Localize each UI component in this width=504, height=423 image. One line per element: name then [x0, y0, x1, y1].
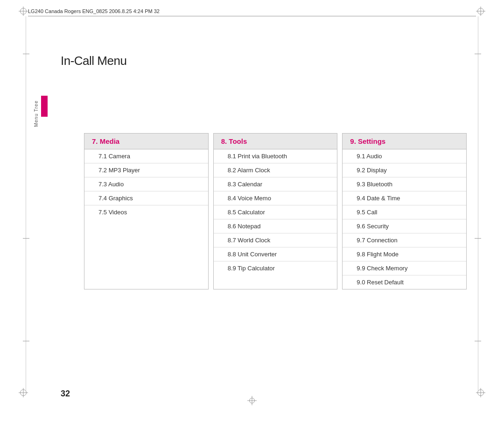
reg-mark-top-left — [19, 7, 28, 16]
page-title: In-Call Menu — [61, 54, 126, 68]
menu-items-media: 7.1 Camera7.2 MP3 Player7.3 Audio7.4 Gra… — [84, 149, 208, 219]
menu-item: 7.1 Camera — [84, 149, 208, 163]
menu-item: 8.8 Unit Converter — [214, 247, 337, 261]
menu-item: 9.6 Security — [343, 219, 466, 233]
menu-item: 9.5 Call — [343, 205, 466, 219]
menu-items-tools: 8.1 Print via Bluetooth8.2 Alarm Clock8.… — [214, 149, 337, 275]
h-mark-left-bot — [23, 341, 29, 341]
menu-item: 7.3 Audio — [84, 177, 208, 191]
h-mark-right-bot — [475, 341, 481, 341]
menu-item: 8.2 Alarm Clock — [214, 163, 337, 177]
menu-item: 9.7 Connection — [343, 233, 466, 247]
side-line-left — [26, 16, 26, 393]
sidebar-label: Menu Tree — [34, 100, 39, 127]
menu-item: 8.1 Print via Bluetooth — [214, 149, 337, 163]
reg-mark-bottom-center — [247, 396, 257, 405]
menu-item: 9.1 Audio — [343, 149, 466, 163]
menu-item: 8.4 Voice Memo — [214, 191, 337, 205]
page-number: 32 — [61, 389, 70, 399]
menu-item: 7.5 Videos — [84, 205, 208, 219]
menu-item: 8.7 World Clock — [214, 233, 337, 247]
menu-item: 9.9 Check Memory — [343, 261, 466, 275]
content-area: 7. Media7.1 Camera7.2 MP3 Player7.3 Audi… — [84, 133, 467, 289]
menu-item: 8.5 Calculator — [214, 205, 337, 219]
menu-item: 7.4 Graphics — [84, 191, 208, 205]
menu-item: 9.2 Display — [343, 163, 466, 177]
h-mark-left-mid — [23, 238, 29, 239]
menu-item: 8.6 Notepad — [214, 219, 337, 233]
menu-item: 9.8 Flight Mode — [343, 247, 466, 261]
side-line-right — [478, 16, 478, 393]
reg-mark-bottom-right — [476, 388, 485, 397]
h-mark-right-mid — [475, 238, 481, 239]
menu-header-settings: 9. Settings — [343, 134, 466, 149]
menu-item: 9.3 Bluetooth — [343, 177, 466, 191]
menu-table-tools: 8. Tools8.1 Print via Bluetooth8.2 Alarm… — [213, 133, 338, 289]
menu-item: 8.9 Tip Calculator — [214, 261, 337, 275]
accent-bar — [41, 96, 48, 117]
reg-mark-bottom-left — [19, 388, 28, 397]
menu-item: 9.0 Reset Default — [343, 275, 466, 289]
menu-header-tools: 8. Tools — [214, 134, 337, 149]
menu-item: 9.4 Date & Time — [343, 191, 466, 205]
header-text: LG240 Canada Rogers ENG_0825 2006.8.25 4… — [28, 8, 476, 16]
h-mark-right-top — [475, 54, 481, 54]
menu-item: 7.2 MP3 Player — [84, 163, 208, 177]
menu-items-settings: 9.1 Audio9.2 Display9.3 Bluetooth9.4 Dat… — [343, 149, 466, 289]
menu-item: 8.3 Calendar — [214, 177, 337, 191]
menu-table-media: 7. Media7.1 Camera7.2 MP3 Player7.3 Audi… — [84, 133, 209, 289]
h-mark-left-top — [23, 54, 29, 54]
menu-header-media: 7. Media — [84, 134, 208, 149]
menu-table-settings: 9. Settings9.1 Audio9.2 Display9.3 Bluet… — [342, 133, 467, 289]
header-content: LG240 Canada Rogers ENG_0825 2006.8.25 4… — [28, 8, 160, 14]
reg-mark-top-right — [476, 7, 485, 16]
